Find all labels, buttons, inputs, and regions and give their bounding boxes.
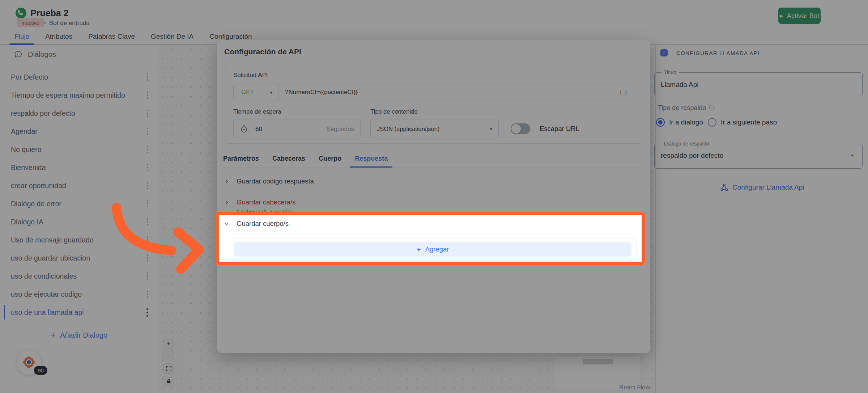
chat-bubble-icon [14,50,23,59]
activate-bot-button[interactable]: ▶ Activar Bot [778,8,821,24]
tab-atributos[interactable]: Atributos [40,33,77,44]
agregar-label: Agregar [425,245,449,253]
kebab-menu-icon[interactable] [145,108,150,118]
kebab-menu-icon[interactable] [145,235,150,245]
avatar-logo-icon [22,356,35,369]
titulo-field-value: Llamada Api [661,81,699,89]
configure-api-call-link[interactable]: Configurar Llamada Api [720,183,804,191]
dialog-item[interactable]: uso de guardar ubicacion [0,249,158,267]
kebab-menu-icon[interactable] [145,271,150,281]
dialog-list: Por Defecto Tiempo de espera maximo perm… [0,64,158,321]
fit-view-button[interactable] [163,363,174,374]
chevron-right-icon [223,178,230,185]
status-badge: Inactivo [17,18,44,27]
dialog-item[interactable]: Agendar [0,122,158,140]
radio-selected-icon [656,118,665,127]
kebab-menu-icon[interactable] [145,289,150,299]
toggle-knob [511,124,521,134]
dialog-item-selected[interactable]: uso de una llamada api [0,303,158,321]
method-dropdown[interactable]: GET ▾ [234,84,278,101]
plus-icon: + [51,331,56,339]
content-type-value: JSON (application/json) [377,126,439,132]
dialog-item[interactable]: crear oportunidad [0,177,158,195]
dialog-item[interactable]: uso de condicionales [0,267,158,285]
request-section-label: Solicitud API [233,72,268,79]
kebab-menu-icon[interactable] [145,181,150,191]
tab-parametros[interactable]: Parámetros [223,155,259,167]
dialog-item[interactable]: Dialogo IA [0,213,158,231]
kebab-menu-icon[interactable] [145,253,150,263]
radio-ir-a-siguiente-paso[interactable]: Ir a siguiente paso [708,118,777,127]
escape-url-control: Escapar URL [511,123,579,134]
timeout-value: 60 [255,126,319,133]
request-url-group: GET ▾ ?NumeroCI={{pacienteCI}} { } [233,84,634,101]
add-dialog-label: Añadir Dialogo [60,331,107,339]
radio-ir-a-dialogo[interactable]: Ir a dialogo [656,118,703,127]
chevron-right-icon [223,199,230,206]
kebab-menu-icon[interactable] [145,162,150,173]
timer-icon [240,125,248,133]
timeout-label: Tiempo de espera [233,108,281,115]
api-call-config-panel: ‹ CONFIGURAR LLAMADA API Titulo Llamada … [655,45,868,393]
accordion-guardar-cuerpo[interactable]: Guardar cuerpo/s [223,220,289,228]
method-value: GET [241,89,254,96]
top-header: Prueba 2 Inactivo Bot de entrada ▶ Activ… [0,0,868,32]
chevron-down-icon [223,220,230,227]
dialogs-title: Diálogos [28,50,56,59]
dialog-item[interactable]: Bienvenida [0,159,158,177]
chevron-down-icon: ▾ [270,90,272,95]
webhook-icon [720,183,728,191]
kebab-menu-icon[interactable] [145,307,150,318]
back-icon[interactable]: ‹ [660,49,668,56]
content-type-select[interactable]: JSON (application/json) ▾ [370,119,499,139]
api-config-modal: Configuración de API Solicitud API GET ▾… [217,40,650,353]
dialog-item[interactable]: Por Defecto [0,68,158,86]
kebab-menu-icon[interactable] [145,126,150,136]
dialog-item[interactable]: Tiempo de espera maximo permitido [0,86,158,104]
tab-gestion-de-ia[interactable]: Gestión De IA [146,33,199,44]
kebab-menu-icon[interactable] [145,199,150,209]
accordion-guardar-codigo[interactable]: Guardar código respuesta [223,177,314,185]
node-title-placeholder [583,359,613,364]
play-icon: ▶ [780,13,783,18]
tab-cabeceras[interactable]: Cabeceras [272,155,305,167]
panel-title: CONFIGURAR LLAMADA API [676,50,760,56]
dialogo-respaldo-value: respaldo por defecto [661,152,723,160]
respaldo-type-label: Tipo de respaldo ⓘ [658,104,715,112]
avatar-count-badge: 90 [34,366,47,375]
tab-cuerpo[interactable]: Cuerpo [319,155,341,167]
modal-tabs: Parámetros Cabeceras Cuerpo Respuesta [223,155,643,168]
variables-braces-icon[interactable]: { } [620,89,634,96]
dialog-item[interactable]: Uso de mensaje guardado [0,231,158,249]
info-icon: ⓘ [709,104,715,112]
accordion-guardar-cabecera[interactable]: Guardar cabecera/s [223,198,296,206]
escape-url-toggle[interactable] [511,123,530,134]
timeout-input[interactable]: 60 Segundos [233,119,361,139]
dialog-item[interactable]: Dialogo de error [0,195,158,213]
tab-respuesta[interactable]: Respuesta [355,155,388,167]
add-dialog-button[interactable]: + Añadir Dialogo [0,328,158,342]
dialog-item[interactable]: uso de ejecutar codigo [0,285,158,303]
timeout-unit: Segundos [326,126,354,133]
kebab-menu-icon[interactable] [145,72,150,82]
dialog-item[interactable]: No quiero [0,140,158,159]
url-input[interactable]: ?NumeroCI={{pacienteCI}} [278,89,620,96]
kebab-menu-icon[interactable] [145,217,150,227]
tab-flujo[interactable]: Flujo [9,33,34,44]
kebab-menu-icon[interactable] [145,90,150,100]
kebab-menu-icon[interactable] [145,144,150,155]
dialogo-respaldo-label: Diálogo de respaldo [661,141,712,147]
chevron-down-icon: ▾ [851,153,854,158]
plus-icon: + [416,246,421,253]
radio-unselected-icon [708,118,716,127]
zoom-out-button[interactable]: − [163,351,174,361]
zoom-in-button[interactable]: + [163,338,174,348]
dialogs-header: Diálogos [0,45,158,64]
agregar-button[interactable]: + Agregar [234,242,631,257]
request-section: Solicitud API GET ▾ ?NumeroCI={{paciente… [225,64,643,144]
whatsapp-icon [15,7,27,19]
dialog-item[interactable]: respaldo por defecto [0,104,158,122]
tab-palabras-clave[interactable]: Palabras Clave [83,33,140,44]
lock-button[interactable] [163,376,174,386]
cabecera-count-subtitle: 1 cabecera/s a guardar [237,208,292,215]
